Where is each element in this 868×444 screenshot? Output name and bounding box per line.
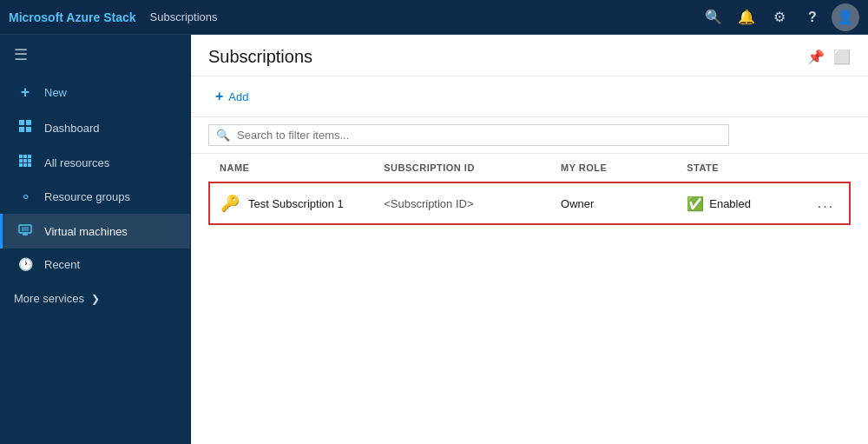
svg-rect-8 — [23, 159, 27, 162]
svg-rect-6 — [28, 155, 31, 158]
svg-rect-9 — [28, 159, 31, 162]
new-plus-icon: + — [16, 83, 34, 102]
search-bar: 🔍 — [191, 117, 868, 154]
user-avatar[interactable]: 👤 — [832, 3, 859, 31]
sidebar-dashboard-label: Dashboard — [44, 122, 100, 135]
svg-rect-7 — [19, 159, 23, 162]
sidebar-item-recent[interactable]: 🕐 Recent — [0, 249, 190, 280]
gear-icon[interactable]: ⚙ — [766, 3, 793, 31]
top-bar: Microsoft Azure Stack Subscriptions 🔍 🔔 … — [0, 0, 868, 35]
pin-icon[interactable]: 📌 — [807, 49, 825, 65]
add-button[interactable]: + Add — [208, 85, 255, 108]
col-header-subid: SUBSCRIPTION ID — [373, 154, 550, 182]
add-plus-icon: + — [215, 89, 223, 104]
row-role-cell: Owner — [550, 182, 676, 224]
hamburger-menu[interactable]: ☰ — [0, 35, 190, 75]
col-header-actions — [807, 154, 850, 182]
status-enabled-icon: ✅ — [687, 195, 704, 212]
chevron-icon: ❯ — [91, 293, 100, 305]
content-toolbar: + Add — [191, 76, 868, 117]
sidebar-item-resource-groups[interactable]: ⚬ Resource groups — [0, 180, 190, 214]
resource-groups-icon: ⚬ — [16, 189, 34, 205]
table-row: 🔑 Test Subscription 1 <Subscription ID> … — [209, 182, 850, 224]
row-actions-cell: ... — [807, 182, 850, 224]
top-bar-tab-title: Subscriptions — [150, 10, 700, 23]
search-magnify-icon: 🔍 — [216, 129, 230, 142]
row-actions-button[interactable]: ... — [818, 195, 834, 210]
content-area: Subscriptions 📌 ⬜ + Add 🔍 — [191, 35, 868, 444]
brand-title: Microsoft Azure Stack — [9, 10, 136, 24]
sidebar-item-dashboard[interactable]: Dashboard — [0, 110, 190, 145]
svg-rect-1 — [26, 120, 31, 125]
svg-rect-11 — [23, 163, 27, 167]
svg-rect-5 — [23, 155, 27, 158]
bell-icon[interactable]: 🔔 — [733, 3, 760, 31]
svg-rect-10 — [19, 163, 23, 167]
sidebar-recent-label: Recent — [44, 258, 80, 271]
row-subid-cell: <Subscription ID> — [373, 182, 550, 224]
svg-rect-4 — [19, 155, 23, 158]
dashboard-icon — [16, 119, 34, 136]
all-resources-icon — [16, 154, 34, 171]
main-layout: ☰ + New Dashboard All resources ⚬ Resour… — [0, 35, 868, 444]
svg-rect-12 — [28, 163, 31, 167]
row-state-cell: ✅ Enabled — [676, 182, 807, 224]
svg-rect-2 — [19, 127, 24, 132]
key-icon: 🔑 — [220, 194, 240, 213]
search-input-wrap: 🔍 — [208, 124, 729, 146]
svg-rect-3 — [26, 127, 31, 132]
top-bar-actions: 🔍 🔔 ⚙ ? 👤 — [700, 3, 859, 31]
more-services[interactable]: More services ❯ — [0, 283, 190, 314]
sidebar-item-virtual-machines[interactable]: Virtual machines — [0, 214, 190, 249]
more-services-label: More services — [14, 292, 84, 305]
col-header-state: STATE — [676, 154, 807, 182]
add-button-label: Add — [228, 90, 248, 103]
sidebar: ☰ + New Dashboard All resources ⚬ Resour… — [0, 35, 191, 444]
search-icon[interactable]: 🔍 — [700, 3, 727, 31]
content-header: Subscriptions 📌 ⬜ — [191, 35, 868, 76]
sidebar-item-new[interactable]: + New — [0, 75, 190, 110]
sidebar-item-all-resources[interactable]: All resources — [0, 145, 190, 180]
help-icon[interactable]: ? — [799, 3, 826, 31]
sidebar-new-label: New — [44, 86, 67, 99]
col-header-role: MY ROLE — [550, 154, 676, 182]
subscriptions-table: NAME SUBSCRIPTION ID MY ROLE STATE 🔑 Tes… — [208, 154, 851, 225]
svg-rect-14 — [22, 227, 29, 231]
subscription-name: Test Subscription 1 — [248, 197, 344, 210]
status-label: Enabled — [709, 197, 751, 210]
col-header-name: NAME — [209, 154, 373, 182]
virtual-machines-icon — [16, 222, 34, 240]
recent-icon: 🕐 — [16, 257, 34, 271]
sidebar-all-resources-label: All resources — [44, 156, 109, 169]
search-input[interactable] — [237, 129, 497, 142]
sidebar-virtual-machines-label: Virtual machines — [44, 225, 128, 238]
sidebar-resource-groups-label: Resource groups — [44, 190, 130, 203]
page-title: Subscriptions — [208, 47, 312, 67]
row-name-cell: 🔑 Test Subscription 1 — [209, 182, 373, 224]
table-area: NAME SUBSCRIPTION ID MY ROLE STATE 🔑 Tes… — [191, 154, 868, 444]
table-header-row: NAME SUBSCRIPTION ID MY ROLE STATE — [209, 154, 850, 182]
svg-rect-0 — [19, 120, 24, 125]
window-icon[interactable]: ⬜ — [833, 49, 851, 65]
